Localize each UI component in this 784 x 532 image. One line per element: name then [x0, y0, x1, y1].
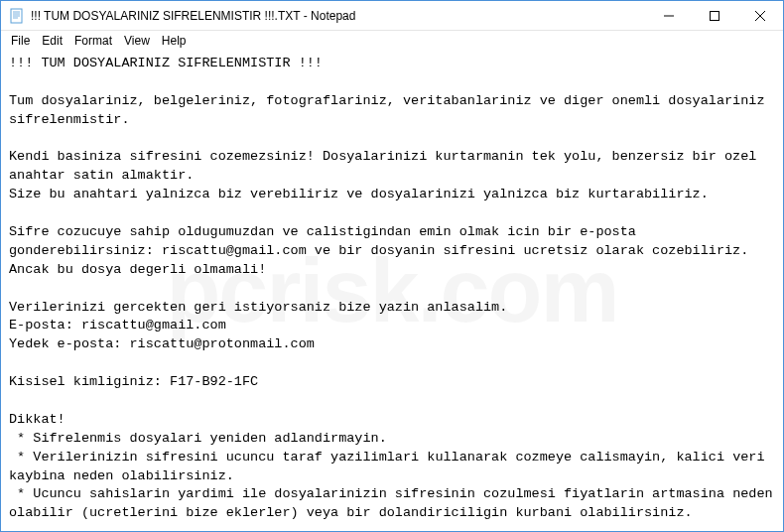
menu-view[interactable]: View	[118, 32, 156, 50]
menubar: File Edit Format View Help	[1, 31, 783, 51]
menu-help[interactable]: Help	[156, 32, 193, 50]
text-area[interactable]: pcrisk.com!!! TUM DOSYALARINIZ SIFRELENM…	[1, 51, 783, 531]
window-title: !!! TUM DOSYALARINIZ SIFRELENMISTIR !!!.…	[31, 9, 646, 23]
svg-rect-6	[711, 11, 719, 20]
close-button[interactable]	[737, 1, 783, 30]
notepad-icon	[9, 8, 25, 24]
menu-file[interactable]: File	[5, 32, 36, 50]
window-controls	[646, 1, 783, 30]
document-text: !!! TUM DOSYALARINIZ SIFRELENMISTIR !!! …	[9, 56, 781, 520]
minimize-icon	[664, 11, 674, 21]
titlebar[interactable]: !!! TUM DOSYALARINIZ SIFRELENMISTIR !!!.…	[1, 1, 783, 31]
maximize-button[interactable]	[692, 1, 737, 30]
menu-edit[interactable]: Edit	[36, 32, 68, 50]
minimize-button[interactable]	[646, 1, 692, 30]
menu-format[interactable]: Format	[68, 32, 118, 50]
notepad-window: !!! TUM DOSYALARINIZ SIFRELENMISTIR !!!.…	[0, 0, 784, 532]
close-icon	[755, 11, 765, 21]
maximize-icon	[710, 11, 719, 21]
